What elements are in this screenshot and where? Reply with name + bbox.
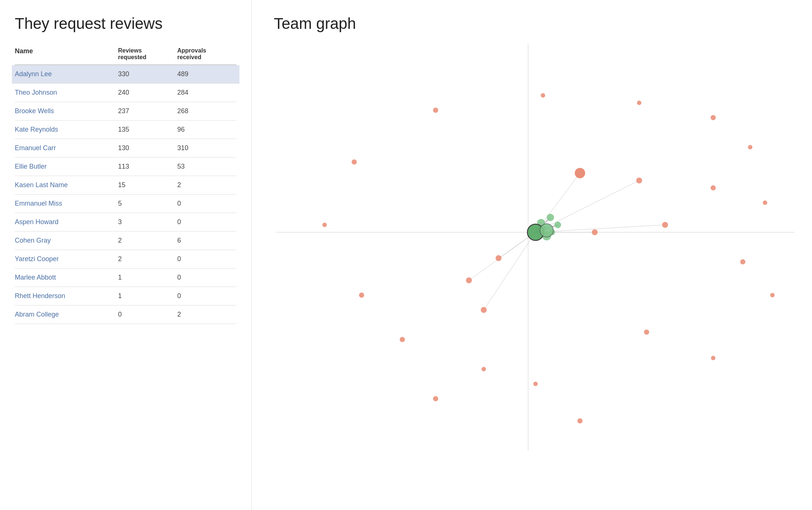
row-approvals: 96 [177, 126, 236, 134]
row-reviews: 1 [118, 292, 177, 300]
svg-point-18 [748, 145, 752, 149]
svg-point-16 [637, 101, 641, 105]
table-row[interactable]: Adalynn Lee 330 489 [12, 65, 239, 84]
row-name[interactable]: Ellie Butler [15, 163, 118, 170]
row-name[interactable]: Adalynn Lee [15, 70, 118, 78]
row-reviews: 130 [118, 144, 177, 152]
table-row[interactable]: Emanuel Carr 130 310 [15, 139, 236, 158]
row-reviews: 113 [118, 163, 177, 170]
row-approvals: 0 [177, 255, 236, 263]
table-row[interactable]: Kate Reynolds 135 96 [15, 121, 236, 139]
row-reviews: 1 [118, 274, 177, 281]
svg-point-19 [352, 159, 357, 165]
row-name[interactable]: Abram College [15, 311, 118, 318]
svg-point-20 [322, 223, 327, 227]
svg-point-15 [541, 93, 545, 98]
row-name[interactable]: Kasen Last Name [15, 181, 118, 189]
row-reviews: 2 [118, 237, 177, 244]
col-header-approvals: Approvalsreceived [177, 47, 236, 61]
col-header-name: Name [15, 47, 118, 61]
row-name[interactable]: Kate Reynolds [15, 126, 118, 134]
table-body: Adalynn Lee 330 489 Theo Johnson 240 284… [15, 65, 236, 324]
svg-point-26 [400, 337, 405, 342]
svg-point-21 [359, 293, 364, 298]
svg-point-34 [636, 178, 642, 183]
table-row[interactable]: Yaretzi Cooper 2 0 [15, 250, 236, 268]
svg-point-36 [466, 277, 472, 283]
table-row[interactable]: Aspen Howard 3 0 [15, 213, 236, 232]
row-name[interactable]: Cohen Gray [15, 237, 118, 244]
svg-line-8 [536, 180, 639, 232]
row-approvals: 53 [177, 163, 236, 170]
row-reviews: 330 [118, 70, 177, 78]
table-row[interactable]: Theo Johnson 240 284 [15, 84, 236, 102]
row-reviews: 15 [118, 181, 177, 189]
row-reviews: 240 [118, 89, 177, 97]
svg-point-17 [711, 115, 716, 120]
row-reviews: 5 [118, 200, 177, 207]
row-name[interactable]: Rhett Henderson [15, 292, 118, 300]
row-name[interactable]: Marlee Abbott [15, 274, 118, 281]
row-name[interactable]: Emanuel Carr [15, 144, 118, 152]
row-reviews: 0 [118, 311, 177, 318]
table-header: Name Reviewsrequested Approvalsreceived [15, 44, 236, 65]
left-panel-title: They request reviews [15, 15, 236, 33]
table-row[interactable]: Marlee Abbott 1 0 [15, 268, 236, 287]
row-reviews: 237 [118, 107, 177, 115]
svg-line-11 [484, 232, 536, 310]
row-approvals: 6 [177, 237, 236, 244]
table-row[interactable]: Brooke Wells 237 268 [15, 102, 236, 121]
reviews-table: Name Reviewsrequested Approvalsreceived … [15, 44, 236, 324]
row-approvals: 284 [177, 89, 236, 97]
table-row[interactable]: Ellie Butler 113 53 [15, 158, 236, 176]
table-row[interactable]: Rhett Henderson 1 0 [15, 287, 236, 305]
svg-point-28 [433, 396, 438, 401]
row-name[interactable]: Aspen Howard [15, 218, 118, 226]
svg-point-38 [592, 229, 598, 235]
row-approvals: 0 [177, 292, 236, 300]
svg-point-44 [554, 222, 561, 228]
row-approvals: 310 [177, 144, 236, 152]
svg-point-33 [575, 168, 585, 178]
svg-point-47 [540, 224, 553, 237]
svg-point-31 [711, 356, 715, 360]
row-name[interactable]: Theo Johnson [15, 89, 118, 97]
row-reviews: 135 [118, 126, 177, 134]
left-panel: They request reviews Name Reviewsrequest… [0, 0, 252, 510]
row-reviews: 2 [118, 255, 177, 263]
svg-point-23 [763, 200, 767, 205]
svg-point-14 [433, 108, 438, 113]
svg-point-39 [662, 222, 668, 228]
table-row[interactable]: Kasen Last Name 15 2 [15, 176, 236, 195]
svg-point-30 [644, 330, 649, 335]
svg-line-10 [469, 232, 536, 280]
row-name[interactable]: Emmanuel Miss [15, 200, 118, 207]
row-name[interactable]: Yaretzi Cooper [15, 255, 118, 263]
svg-point-29 [533, 382, 538, 386]
row-approvals: 0 [177, 218, 236, 226]
row-approvals: 0 [177, 200, 236, 207]
svg-point-37 [481, 307, 487, 313]
row-approvals: 2 [177, 311, 236, 318]
row-reviews: 3 [118, 218, 177, 226]
row-approvals: 2 [177, 181, 236, 189]
row-approvals: 268 [177, 107, 236, 115]
svg-point-25 [770, 293, 775, 297]
row-name[interactable]: Brooke Wells [15, 107, 118, 115]
row-approvals: 489 [177, 70, 236, 78]
graph-svg [274, 44, 797, 450]
team-graph [274, 44, 797, 450]
table-row[interactable]: Cohen Gray 2 6 [15, 232, 236, 250]
right-panel-title: Team graph [274, 15, 797, 33]
svg-point-24 [740, 259, 745, 264]
right-panel: Team graph [252, 0, 812, 510]
svg-point-32 [577, 418, 583, 423]
svg-point-35 [496, 255, 501, 261]
table-row[interactable]: Abram College 0 2 [15, 305, 236, 324]
svg-point-27 [482, 367, 486, 371]
row-approvals: 0 [177, 274, 236, 281]
svg-point-42 [547, 214, 554, 221]
table-row[interactable]: Emmanuel Miss 5 0 [15, 195, 236, 213]
col-header-reviews: Reviewsrequested [118, 47, 177, 61]
svg-point-22 [711, 185, 716, 190]
